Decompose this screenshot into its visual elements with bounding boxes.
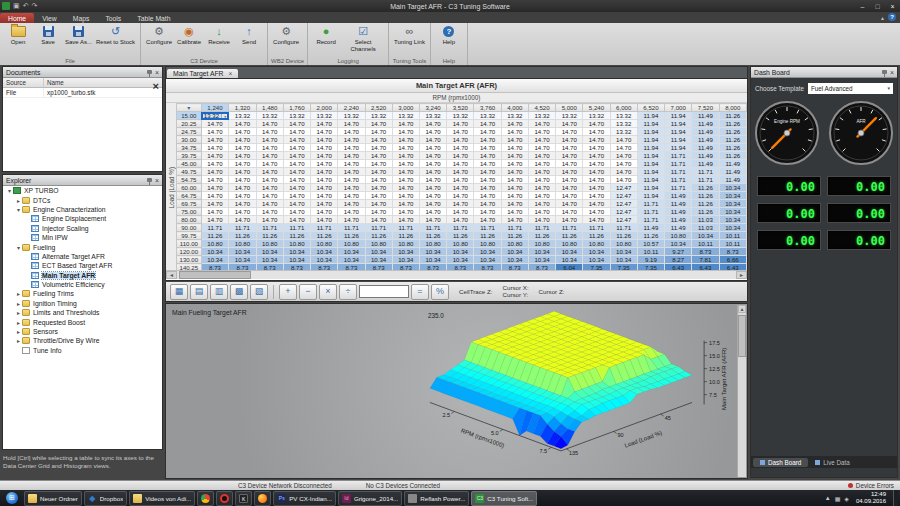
afr-cell[interactable]: 11.71 — [392, 224, 419, 232]
afr-cell[interactable]: 10.34 — [719, 184, 746, 192]
row-header-60.00[interactable]: 60.00 — [177, 184, 202, 192]
tree-item-throttle-drive-by-wire[interactable]: ▸Throttle/Drive By Wire — [3, 336, 162, 345]
afr-cell[interactable]: 14.70 — [283, 120, 310, 128]
ribbon-help-icon[interactable]: ? — [888, 13, 896, 21]
afr-cell[interactable]: 13.32 — [556, 112, 583, 120]
afr-cell[interactable]: 14.70 — [338, 168, 365, 176]
afr-cell[interactable]: 10.80 — [311, 240, 338, 248]
afr-cell[interactable]: 14.70 — [447, 176, 474, 184]
afr-cell[interactable]: 14.70 — [556, 120, 583, 128]
ribbon-save-as-button[interactable]: Save As... — [63, 24, 94, 47]
afr-cell[interactable]: 10.34 — [338, 248, 365, 256]
column-header-6000[interactable]: 6,000 — [610, 104, 637, 112]
afr-cell[interactable]: 11.71 — [665, 152, 692, 160]
afr-cell[interactable]: 14.70 — [365, 192, 392, 200]
afr-cell[interactable]: 11.94 — [637, 160, 664, 168]
multiply-value-button[interactable]: × — [319, 284, 337, 300]
afr-cell[interactable]: 11.71 — [610, 224, 637, 232]
afr-cell[interactable]: 14.70 — [338, 176, 365, 184]
ribbon-tuning-link-button[interactable]: ∞Tuning Link — [392, 24, 427, 47]
afr-cell[interactable]: 14.70 — [447, 200, 474, 208]
afr-cell[interactable]: 10.34 — [229, 248, 256, 256]
afr-cell[interactable]: 10.80 — [201, 240, 229, 248]
taskbar-videos-von-adi-button[interactable]: Videos von Adi... — [129, 491, 195, 506]
afr-cell[interactable]: 8.27 — [665, 256, 692, 264]
afr-cell[interactable]: 14.70 — [474, 160, 501, 168]
afr-cell[interactable]: 13.32 — [256, 112, 283, 120]
afr-cell[interactable]: 14.70 — [229, 152, 256, 160]
afr-cell[interactable]: 14.70 — [556, 152, 583, 160]
tree-item-fueling-trims[interactable]: ▸Fueling Trims — [3, 289, 162, 298]
afr-cell[interactable]: 11.26 — [365, 232, 392, 240]
row-header-64.75[interactable]: 64.75 — [177, 192, 202, 200]
afr-cell[interactable]: 14.70 — [528, 208, 555, 216]
afr-cell[interactable]: 14.70 — [501, 184, 528, 192]
afr-cell[interactable]: 14.70 — [311, 160, 338, 168]
dash-tab-live-data[interactable]: Live Data — [808, 458, 857, 467]
afr-cell[interactable]: 14.70 — [474, 208, 501, 216]
maximize-button[interactable]: □ — [870, 3, 885, 10]
afr-cell[interactable]: 14.70 — [528, 176, 555, 184]
row-header-24.75[interactable]: 24.75 — [177, 128, 202, 136]
afr-cell[interactable]: 14.70 — [556, 168, 583, 176]
afr-cell[interactable]: 10.80 — [256, 240, 283, 248]
afr-cell[interactable]: 14.70 — [201, 136, 229, 144]
afr-cell[interactable]: 14.70 — [283, 184, 310, 192]
afr-cell[interactable]: 14.70 — [583, 176, 610, 184]
afr-cell[interactable]: 14.70 — [583, 128, 610, 136]
afr-cell[interactable]: 14.70 — [229, 144, 256, 152]
afr-cell[interactable]: 14.70 — [311, 136, 338, 144]
ribbon-record-button[interactable]: ●Record — [311, 24, 341, 47]
tree-item-dtcs[interactable]: ▸DTCs — [3, 195, 162, 204]
afr-cell[interactable]: 14.70 — [256, 136, 283, 144]
tree-item-limits-and-thresholds[interactable]: ▸Limits and Thresholds — [3, 308, 162, 317]
afr-cell[interactable]: 13.32 — [311, 112, 338, 120]
afr-cell[interactable]: 14.70 — [229, 176, 256, 184]
expand-icon[interactable]: ▸ — [15, 197, 22, 204]
quick-save-icon[interactable]: ▣ — [13, 2, 20, 10]
afr-cell[interactable]: 14.70 — [338, 120, 365, 128]
afr-cell[interactable]: 13.32 — [392, 112, 419, 120]
afr-cell[interactable]: 14.70 — [256, 208, 283, 216]
scrollbar-thumb[interactable] — [738, 315, 746, 357]
afr-cell[interactable]: 10.34 — [229, 256, 256, 264]
afr-cell[interactable]: 14.70 — [392, 144, 419, 152]
afr-cell[interactable]: 11.26 — [637, 232, 664, 240]
afr-cell[interactable]: 11.94 — [637, 176, 664, 184]
taskbar-neuer-ordner-button[interactable]: Neuer Ordner — [24, 491, 82, 506]
afr-cell[interactable]: 14.70 — [419, 144, 446, 152]
afr-cell[interactable]: 14.70 — [556, 208, 583, 216]
afr-cell[interactable]: 11.94 — [637, 120, 664, 128]
afr-cell[interactable]: 14.70 — [447, 144, 474, 152]
afr-cell[interactable]: 14.70 — [392, 176, 419, 184]
afr-cell[interactable]: 10.34 — [283, 256, 310, 264]
ribbon-configure-button[interactable]: ⚙Configure — [271, 24, 301, 47]
afr-cell[interactable]: 11.26 — [474, 232, 501, 240]
dash-tab-dash-board[interactable]: Dash Board — [753, 458, 808, 467]
tree-item-alternate-target-afr[interactable]: Alternate Target AFR — [3, 252, 162, 261]
afr-cell[interactable]: 10.34 — [447, 256, 474, 264]
taskbar-dropbox-button[interactable]: ◆Dropbox — [84, 491, 127, 506]
column-header-1320[interactable]: 1,320 — [229, 104, 256, 112]
afr-cell[interactable]: 11.71 — [201, 224, 229, 232]
afr-cell[interactable]: 11.94 — [665, 128, 692, 136]
tree-item-sensors[interactable]: ▸Sensors — [3, 327, 162, 336]
afr-cell[interactable]: 14.70 — [419, 152, 446, 160]
taskbar-k-button[interactable]: K — [235, 491, 252, 506]
afr-cell[interactable]: 11.71 — [637, 216, 664, 224]
afr-cell[interactable]: 14.70 — [419, 208, 446, 216]
afr-cell[interactable]: 14.70 — [311, 152, 338, 160]
afr-cell[interactable]: 11.49 — [665, 192, 692, 200]
document-row[interactable]: File xp1000_turbo.stk — [3, 88, 162, 98]
afr-cell[interactable]: 14.70 — [256, 144, 283, 152]
afr-cell[interactable]: 10.34 — [283, 248, 310, 256]
pin-icon[interactable] — [882, 70, 887, 74]
afr-cell[interactable]: 14.70 — [365, 152, 392, 160]
afr-cell[interactable]: 14.70 — [392, 184, 419, 192]
afr-cell[interactable]: 11.26 — [201, 232, 229, 240]
afr-cell[interactable]: 10.34 — [256, 256, 283, 264]
afr-cell[interactable]: 8.73 — [692, 248, 719, 256]
ribbon-open-button[interactable]: Open — [3, 24, 33, 47]
scrollbar-thumb[interactable] — [179, 271, 251, 279]
taskbar-opera-button[interactable] — [216, 491, 233, 506]
